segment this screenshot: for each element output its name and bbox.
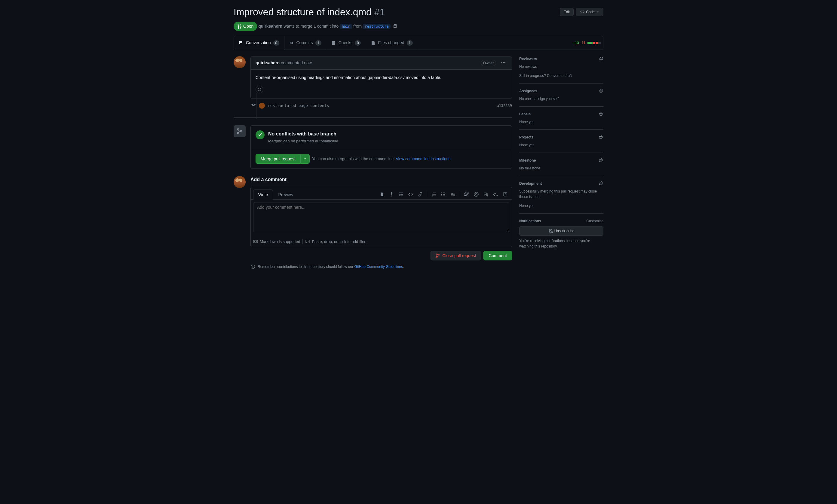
comment-box: quirksahern commented now Owner Content … [250, 56, 512, 99]
gear-icon[interactable] [599, 89, 603, 93]
link-button[interactable] [416, 190, 425, 199]
customize-link[interactable]: Customize [586, 218, 603, 224]
unsubscribe-button[interactable]: Unsubscribe [519, 226, 603, 236]
task-list-button[interactable] [449, 190, 457, 199]
triangle-down-icon [596, 10, 600, 14]
copy-icon [393, 23, 398, 28]
paste-hint[interactable]: Paste, drop, or click to add files [305, 239, 366, 245]
tab-commits[interactable]: Commits 1 [284, 36, 326, 50]
edit-button[interactable]: Edit [560, 8, 574, 16]
cli-instructions-link[interactable]: View command line instructions. [396, 156, 451, 161]
svg-point-2 [504, 62, 505, 63]
merge-pull-request-button[interactable]: Merge pull request [255, 154, 301, 164]
pr-state-badge: Open [234, 22, 257, 31]
guidelines-text: Remember, contributions to this reposito… [257, 264, 404, 269]
reviewers-title: Reviewers [519, 56, 537, 61]
compare-branch[interactable]: restructure [363, 24, 390, 29]
guidelines-link[interactable]: GitHub Community Guidelines [354, 265, 403, 269]
preview-tab[interactable]: Preview [273, 189, 298, 200]
gear-icon[interactable] [599, 56, 603, 61]
mention-button[interactable] [472, 190, 480, 199]
svg-point-14 [475, 193, 477, 195]
comment-menu-button[interactable] [500, 59, 507, 67]
tab-files[interactable]: Files changed 1 [366, 36, 417, 50]
commit-sha-link[interactable]: a132359 [497, 103, 512, 108]
mention-icon [474, 192, 479, 197]
diffstat: +13 −11 [573, 36, 603, 50]
comment-body: Content re-organised using headings and … [251, 70, 512, 86]
comment-textarea[interactable] [253, 202, 509, 232]
code-button[interactable]: Code [576, 8, 603, 16]
code-button-tb[interactable] [407, 190, 415, 199]
paperclip-icon [464, 192, 469, 197]
unordered-list-button[interactable] [439, 190, 448, 199]
code-icon [408, 192, 413, 197]
gear-icon[interactable] [599, 181, 603, 186]
git-merge-icon [237, 128, 243, 134]
tab-checks[interactable]: Checks 0 [326, 36, 366, 50]
add-reaction-button[interactable] [255, 86, 263, 93]
comment-action: commented [281, 60, 303, 66]
merge-options-dropdown[interactable] [301, 154, 310, 164]
labels-title: Labels [519, 111, 531, 117]
base-branch[interactable]: main [340, 24, 352, 29]
reply-button[interactable] [491, 190, 500, 199]
comment-discussion-icon [239, 40, 244, 45]
comment-author-link[interactable]: quirksahern [255, 60, 280, 66]
comment-author-avatar[interactable] [234, 56, 246, 68]
ordered-list-button[interactable] [430, 190, 438, 199]
development-none: None yet [519, 203, 603, 208]
merge-text: wants to merge 1 commit into [284, 23, 339, 30]
info-icon [250, 264, 255, 269]
pr-author-link[interactable]: quirksahern [258, 23, 282, 30]
assignees-pre: No one— [519, 97, 535, 101]
assignees-title: Assignees [519, 88, 537, 94]
convert-draft-link[interactable]: Convert to draft [547, 74, 572, 78]
slash-commands-button[interactable] [501, 190, 509, 199]
diff-icon [503, 192, 507, 197]
close-pr-button[interactable]: Close pull request [430, 251, 481, 260]
draft-pre: Still in progress? [519, 74, 547, 78]
comment-timestamp[interactable]: now [304, 60, 312, 66]
commit-message-link[interactable]: restructured page contents [268, 103, 329, 109]
heading-button[interactable] [368, 190, 376, 199]
diffstat-block-del [595, 42, 598, 44]
svg-point-0 [501, 62, 502, 63]
merge-badge [234, 125, 246, 137]
quote-button[interactable] [397, 190, 405, 199]
milestone-title: Milestone [519, 158, 536, 163]
labels-body: None yet [519, 119, 603, 125]
diffstat-block-neutral [598, 42, 601, 44]
bold-icon [379, 192, 384, 197]
code-icon [580, 10, 585, 14]
svg-point-19 [436, 254, 438, 255]
diffstat-block-add [590, 42, 592, 44]
assign-yourself-link[interactable]: assign yourself [535, 97, 558, 101]
italic-button[interactable] [387, 190, 396, 199]
add-comment-heading: Add a comment [250, 176, 512, 183]
bold-button[interactable] [378, 190, 386, 199]
gear-icon[interactable] [599, 135, 603, 140]
pr-tabnav: Conversation 0 Commits 1 Checks 0 Files … [234, 36, 603, 50]
attach-button[interactable] [462, 190, 471, 199]
svg-point-7 [237, 129, 239, 130]
cross-reference-icon [483, 192, 488, 197]
current-user-avatar[interactable] [234, 176, 246, 188]
comment-button[interactable]: Comment [483, 251, 512, 260]
merge-status-title: No conflicts with base branch [268, 130, 339, 137]
tab-conversation[interactable]: Conversation 0 [234, 36, 284, 50]
gear-icon[interactable] [599, 112, 603, 116]
write-tab[interactable]: Write [253, 189, 273, 200]
tasklist-icon [451, 192, 456, 197]
markdown-hint[interactable]: Markdown is supported [253, 239, 300, 245]
gear-icon[interactable] [599, 158, 603, 163]
reference-button[interactable] [482, 190, 490, 199]
commit-author-avatar[interactable] [259, 103, 265, 109]
development-title: Development [519, 181, 542, 186]
copy-branch-button[interactable] [392, 22, 399, 30]
svg-point-9 [241, 131, 242, 132]
heading-icon [370, 192, 375, 197]
reply-icon [493, 192, 498, 197]
pr-title-text: Improved structure of index.qmd [234, 6, 372, 17]
development-body: Successfully merging this pull request m… [519, 189, 603, 200]
